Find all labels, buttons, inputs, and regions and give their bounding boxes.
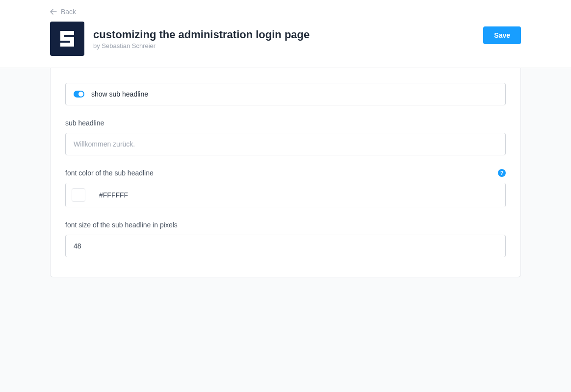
sub-headline-label: sub headline <box>65 119 506 127</box>
font-color-label: font color of the sub headline <box>65 169 154 177</box>
title-row: customizing the administration login pag… <box>50 22 521 56</box>
help-icon[interactable]: ? <box>498 169 506 177</box>
back-label: Back <box>61 8 76 16</box>
svg-rect-4 <box>60 43 74 47</box>
page-header: Back customizing the administration logi… <box>0 0 571 68</box>
color-input-row <box>65 183 506 207</box>
page-title: customizing the administration login pag… <box>93 28 310 41</box>
back-link[interactable]: Back <box>50 8 76 16</box>
font-color-input[interactable] <box>91 183 505 207</box>
font-size-label: font size of the sub headline in pixels <box>65 221 506 229</box>
plugin-icon <box>50 22 84 56</box>
toggle-row[interactable]: show sub headline <box>65 83 506 105</box>
font-size-input[interactable] <box>65 235 506 257</box>
save-button[interactable]: Save <box>483 26 521 44</box>
toggle-label: show sub headline <box>91 90 148 98</box>
field-sub-headline: sub headline <box>65 119 506 155</box>
color-swatch <box>72 188 85 202</box>
field-show-sub-headline: show sub headline <box>65 83 506 105</box>
settings-card: show sub headline sub headline font colo… <box>50 68 521 277</box>
field-font-color: font color of the sub headline ? <box>65 169 506 207</box>
title-text: customizing the administration login pag… <box>93 28 310 49</box>
color-swatch-button[interactable] <box>66 183 91 207</box>
sub-headline-input[interactable] <box>65 133 506 155</box>
arrow-left-icon <box>50 8 57 15</box>
toggle-switch[interactable] <box>74 91 84 98</box>
field-font-size: font size of the sub headline in pixels <box>65 221 506 257</box>
byline: by Sebastian Schreier <box>93 42 310 49</box>
toggle-knob <box>78 92 83 97</box>
